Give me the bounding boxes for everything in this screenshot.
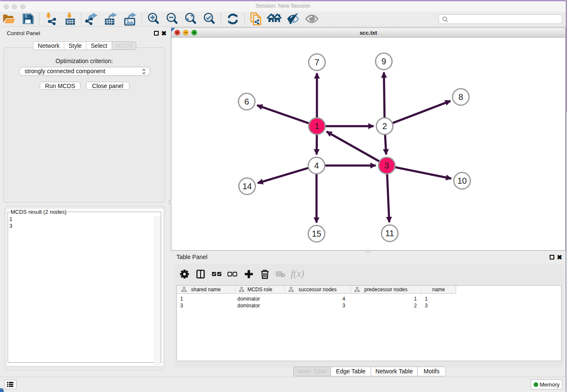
- svg-text:3: 3: [384, 161, 389, 170]
- svg-text:f(x): f(x): [291, 268, 304, 279]
- svg-text:8: 8: [458, 92, 463, 102]
- svg-text:11: 11: [385, 229, 394, 238]
- svg-text:6: 6: [244, 97, 249, 106]
- svg-text:15: 15: [312, 229, 321, 238]
- svg-text:2: 2: [382, 121, 387, 131]
- svg-text:10: 10: [457, 176, 467, 185]
- svg-text:14: 14: [242, 182, 252, 191]
- svg-text:9: 9: [381, 57, 386, 66]
- svg-text:7: 7: [314, 58, 319, 67]
- svg-text:4: 4: [314, 161, 319, 170]
- svg-text:1: 1: [314, 121, 319, 131]
